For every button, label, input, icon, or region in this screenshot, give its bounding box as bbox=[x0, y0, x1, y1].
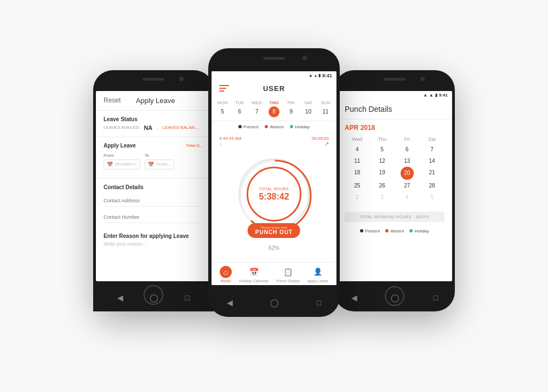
cal-27[interactable]: 27 bbox=[395, 180, 420, 191]
center-android-nav: ◀ ◯ □ bbox=[208, 288, 340, 317]
cal-5-next[interactable]: 5 bbox=[420, 191, 445, 203]
holiday-calendar-icon: 📅 bbox=[248, 266, 260, 278]
left-header: Reset Apply Leave bbox=[96, 91, 211, 111]
center-home-btn[interactable]: ◯ bbox=[270, 298, 279, 307]
arrow-down-icon: ↓ bbox=[219, 141, 241, 147]
day-tue-name: TUE bbox=[235, 100, 244, 105]
bottom-nav: ⌂ Home 📅 Holiday Calendar 📋 Punch Detail… bbox=[212, 262, 336, 285]
cal-18[interactable]: 18 bbox=[345, 167, 370, 180]
nav-apply-leave[interactable]: 👤 Apply Leave bbox=[307, 266, 329, 283]
from-date-input[interactable]: 📅 DD/MM/YY bbox=[104, 160, 140, 169]
leave-status-section: Leave Status LEAVES AVAILED : NA | LEAVE… bbox=[96, 111, 211, 137]
right-phone-screen: ▲ ▲ ▮ 9:41 Punch Details APR 2018 Wed Th… bbox=[337, 91, 452, 281]
cal-3-next[interactable]: 3 bbox=[370, 191, 395, 203]
from-cal-icon: 📅 bbox=[107, 162, 113, 167]
cal-19[interactable]: 19 bbox=[370, 167, 395, 180]
day-sun[interactable]: SUN 11 bbox=[320, 100, 331, 117]
menu-line-3 bbox=[219, 90, 224, 92]
cal-5[interactable]: 5 bbox=[370, 144, 395, 155]
present-dot bbox=[238, 125, 242, 128]
cal-21[interactable]: 21 bbox=[420, 167, 445, 180]
home-nav-label: Home bbox=[220, 279, 231, 283]
apply-leave-nav-label: Apply Leave bbox=[307, 279, 329, 283]
day-thu[interactable]: THU 8 bbox=[269, 100, 279, 117]
punch-details-label: Punch Details bbox=[276, 279, 300, 283]
home-nav-icon: ⌂ bbox=[220, 266, 232, 278]
cal-2-next[interactable]: 2 bbox=[345, 191, 370, 203]
cal-28[interactable]: 28 bbox=[420, 180, 445, 191]
day-wed-name: WED bbox=[252, 100, 262, 105]
leave-status-title: Leave Status bbox=[104, 116, 203, 122]
day-mon-num: 5 bbox=[217, 106, 228, 117]
to-date-input[interactable]: 📅 DD/M... bbox=[145, 160, 174, 169]
punch-title: Punch Details bbox=[345, 105, 444, 113]
leaves-balance-label: LEAVES BALAN... bbox=[162, 125, 198, 130]
contact-number-input[interactable] bbox=[104, 212, 203, 223]
right-phone-speaker bbox=[384, 78, 406, 81]
left-phone-camera bbox=[179, 77, 184, 81]
nav-home[interactable]: ⌂ Home bbox=[220, 266, 232, 283]
nav-holiday-calendar[interactable]: 📅 Holiday Calendar bbox=[239, 266, 269, 283]
cal-12[interactable]: 12 bbox=[370, 155, 395, 167]
day-fri[interactable]: FRI 9 bbox=[286, 100, 296, 117]
right-legend-absent: Absent bbox=[385, 229, 404, 234]
day-wed[interactable]: WED 7 bbox=[252, 100, 262, 117]
reset-button[interactable]: Reset bbox=[104, 96, 121, 104]
cal-11[interactable]: 11 bbox=[345, 155, 370, 167]
right-holiday-label: Holiday bbox=[414, 229, 429, 234]
right-signal-icon: ▲ bbox=[423, 93, 427, 98]
cal-26[interactable]: 26 bbox=[370, 180, 395, 191]
right-back-btn[interactable]: ◀ bbox=[351, 293, 357, 302]
cal-6[interactable]: 6 bbox=[395, 144, 420, 155]
legend-holiday: Holiday bbox=[290, 124, 310, 129]
day-sat[interactable]: SAT 10 bbox=[303, 100, 314, 117]
cal-4-next[interactable]: 4 bbox=[395, 191, 420, 203]
time-row: 9:44:45 AM ↓ 00:00:00 ↗ bbox=[212, 133, 336, 148]
right-recent-btn[interactable]: □ bbox=[433, 293, 438, 302]
app-title: USER bbox=[263, 84, 285, 93]
scene: Reset Apply Leave Leave Status LEAVES AV… bbox=[82, 37, 466, 355]
center-back-btn[interactable]: ◀ bbox=[227, 298, 233, 307]
recent-btn[interactable]: □ bbox=[185, 293, 189, 302]
cal-20-today[interactable]: 20 bbox=[401, 167, 414, 180]
punch-in-time: 9:44:45 AM ↓ bbox=[219, 136, 241, 147]
cal-14[interactable]: 14 bbox=[420, 155, 445, 167]
cal-7[interactable]: 7 bbox=[420, 144, 445, 155]
contact-title: Contact Details bbox=[104, 184, 203, 190]
legend: Present Absent Holiday bbox=[212, 121, 336, 133]
day-tue[interactable]: TUE 6 bbox=[234, 100, 245, 117]
center-phone: ▲ ▴ ▮ 9:41 USER MON 5 bbox=[208, 48, 340, 317]
day-thu-num: 8 bbox=[269, 106, 279, 117]
from-date-col: From 📅 DD/MM/YY bbox=[104, 153, 140, 169]
day-sun-name: SUN bbox=[321, 100, 330, 105]
cal-4[interactable]: 4 bbox=[345, 144, 370, 155]
reason-section: Enter Reason for applying Leave Write yo… bbox=[96, 233, 211, 247]
right-phone-home[interactable] bbox=[385, 286, 404, 306]
apply-leave-section: Apply Leave Total D... From 📅 DD/MM/YY T… bbox=[96, 137, 211, 179]
cal-header-wed: Wed bbox=[345, 135, 370, 144]
reason-input[interactable]: Write your reason... bbox=[104, 241, 203, 247]
punch-out-button[interactable]: Please press here PUNCH OUT bbox=[248, 223, 300, 238]
day-mon[interactable]: MON 5 bbox=[217, 100, 228, 117]
apply-leave-section-title: Apply Leave bbox=[104, 143, 136, 149]
center-phone-screen: ▲ ▴ ▮ 9:41 USER MON 5 bbox=[212, 71, 336, 285]
to-label: To bbox=[145, 153, 174, 158]
back-btn[interactable]: ◀ bbox=[117, 293, 123, 302]
apply-leave-title: Apply Leave bbox=[136, 96, 175, 105]
menu-icon[interactable] bbox=[219, 85, 229, 92]
contact-address-input[interactable] bbox=[104, 195, 203, 207]
menu-line-2 bbox=[219, 88, 226, 89]
wifi-icon: ▴ bbox=[315, 73, 317, 78]
holiday-dot bbox=[290, 125, 293, 128]
legend-absent: Absent bbox=[265, 124, 283, 129]
right-phone-camera bbox=[420, 77, 425, 81]
center-recent-btn[interactable]: □ bbox=[316, 298, 321, 307]
date-row: From 📅 DD/MM/YY To 📅 DD/M... bbox=[104, 153, 203, 169]
punch-out-label: PUNCH OUT bbox=[255, 229, 293, 235]
left-phone-home[interactable] bbox=[144, 285, 163, 305]
progress-percent: 62% bbox=[269, 245, 279, 251]
right-legend-present: Present bbox=[360, 229, 380, 234]
cal-25[interactable]: 25 bbox=[345, 180, 370, 191]
nav-punch-details[interactable]: 📋 Punch Details bbox=[276, 266, 300, 283]
cal-13[interactable]: 13 bbox=[395, 155, 420, 167]
